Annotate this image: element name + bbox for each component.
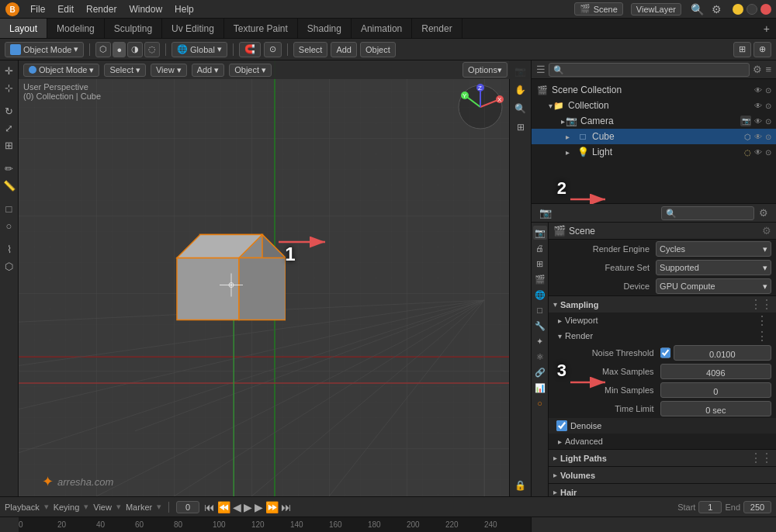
prop-output-tab[interactable]: 🖨 bbox=[533, 241, 547, 255]
keying-label[interactable]: Keying bbox=[54, 503, 80, 512]
jump-end-btn[interactable]: ⏭ bbox=[281, 501, 292, 513]
snap-btn[interactable]: 🧲 bbox=[239, 42, 261, 57]
tab-shading[interactable]: Shading bbox=[298, 19, 352, 38]
feature-set-dropdown[interactable]: Supported ▾ bbox=[656, 260, 771, 275]
scene-settings-icon[interactable]: ⚙ bbox=[762, 225, 771, 237]
magnify-btn[interactable]: 🔍 bbox=[513, 101, 528, 116]
tab-animation[interactable]: Animation bbox=[352, 19, 412, 38]
viewport-select-btn[interactable]: Select ▾ bbox=[104, 64, 146, 77]
tab-layout[interactable]: Layout bbox=[0, 19, 47, 38]
prev-frame-btn[interactable]: ◀ bbox=[233, 501, 241, 513]
prop-render-tab[interactable]: 📷 bbox=[533, 226, 547, 240]
prop-physics-tab[interactable]: ⚛ bbox=[533, 350, 547, 364]
current-frame[interactable]: 0 bbox=[176, 501, 199, 513]
device-dropdown[interactable]: GPU Compute ▾ bbox=[656, 278, 771, 294]
move-tool[interactable]: ⊹ bbox=[2, 81, 16, 95]
col-eye-icon[interactable]: 👁 bbox=[754, 102, 762, 110]
viewport-object-btn[interactable]: Object ▾ bbox=[229, 64, 272, 77]
annotate-tool[interactable]: ✏ bbox=[2, 161, 16, 175]
light-eye-icon[interactable]: 👁 bbox=[754, 148, 762, 157]
viewport[interactable]: Object Mode ▾ Select ▾ View ▾ Add ▾ Obje… bbox=[19, 60, 531, 496]
solid-btn[interactable]: ● bbox=[113, 42, 126, 57]
object-btn[interactable]: Object bbox=[360, 42, 396, 57]
outliner-camera[interactable]: ▸ 📷 Camera 📷 👁 ⊙ bbox=[532, 113, 776, 129]
menu-file[interactable]: File bbox=[25, 2, 50, 16]
proportional-btn[interactable]: ⊙ bbox=[264, 42, 282, 57]
mode-selector[interactable]: Object Mode ▾ bbox=[5, 42, 84, 57]
end-value[interactable]: 250 bbox=[743, 501, 771, 513]
maximize-btn[interactable] bbox=[747, 4, 757, 15]
prop-particles-tab[interactable]: ✦ bbox=[533, 334, 547, 348]
outliner-scene-collection[interactable]: 🎬 Scene Collection 👁 ⊙ bbox=[532, 82, 776, 98]
minimize-btn[interactable] bbox=[733, 4, 743, 15]
grid-btn[interactable]: ⊞ bbox=[513, 119, 528, 135]
outliner-filter-icon[interactable]: ⚙ bbox=[753, 64, 762, 75]
start-value[interactable]: 1 bbox=[698, 501, 722, 513]
cube-eye-icon[interactable]: 👁 bbox=[754, 133, 762, 141]
outliner-options-icon[interactable]: ≡ bbox=[765, 64, 771, 75]
timeline-numbers[interactable]: 0 20 40 60 80 100 120 140 160 180 200 22… bbox=[19, 517, 531, 532]
hand-tool-btn[interactable]: ✋ bbox=[513, 82, 528, 98]
viewlayer-selector[interactable]: ViewLayer bbox=[631, 3, 681, 16]
next-frame-btn[interactable]: ▶ bbox=[255, 501, 263, 513]
viewport-mode-btn[interactable]: Object Mode ▾ bbox=[23, 64, 99, 77]
prop-object-tab[interactable]: □ bbox=[533, 303, 547, 317]
tab-sculpting[interactable]: Sculpting bbox=[105, 19, 162, 38]
overlay-btn[interactable]: ⊞ bbox=[733, 42, 751, 57]
hair-section[interactable]: ▸ Hair bbox=[549, 483, 776, 496]
camera-render-icon[interactable]: 📷 bbox=[740, 116, 751, 126]
cube-exclude-icon[interactable]: ⊙ bbox=[765, 133, 771, 141]
marker-label[interactable]: Marker bbox=[126, 503, 152, 512]
outliner-cube[interactable]: ▸ □ Cube ⬡ 👁 ⊙ bbox=[532, 129, 776, 144]
rendered-btn[interactable]: ◌ bbox=[144, 42, 160, 57]
noise-threshold-input[interactable]: 0.0100 bbox=[674, 345, 771, 361]
props-scrollable[interactable]: 🎬 Scene ⚙ Render Engine Cycles ▾ bbox=[549, 223, 776, 496]
global-selector[interactable]: 🌐 Global ▾ bbox=[171, 42, 227, 57]
render-engine-dropdown[interactable]: Cycles ▾ bbox=[656, 241, 771, 257]
outliner-light[interactable]: ▸ 💡 Light ◌ 👁 ⊙ bbox=[532, 144, 776, 160]
viewport-view-btn[interactable]: View ▾ bbox=[151, 64, 187, 77]
tab-render[interactable]: Render bbox=[412, 19, 462, 38]
viewport-subsection[interactable]: ▸ Viewport ⋮ bbox=[549, 313, 776, 328]
knife-tool[interactable]: ⌇ bbox=[2, 242, 16, 256]
material-btn[interactable]: ◑ bbox=[127, 42, 143, 57]
tab-uv-editing[interactable]: Uv Editing bbox=[162, 19, 224, 38]
prev-keyframe-btn[interactable]: ⏪ bbox=[217, 501, 230, 513]
exclude-icon[interactable]: ⊙ bbox=[765, 86, 771, 95]
prop-scene-tab[interactable]: 🎬 bbox=[533, 272, 547, 286]
playback-label[interactable]: Playback bbox=[5, 503, 40, 512]
menu-edit[interactable]: Edit bbox=[52, 2, 79, 16]
add-cube-tool[interactable]: □ bbox=[2, 202, 16, 216]
prop-view-layer-tab[interactable]: ⊞ bbox=[533, 257, 547, 271]
render-subsection[interactable]: ▾ Render ⋮ bbox=[549, 328, 776, 344]
add-cylinder-tool[interactable]: ○ bbox=[2, 219, 16, 233]
cursor-tool[interactable]: ✛ bbox=[2, 64, 16, 78]
min-samples-input[interactable]: 0 bbox=[660, 382, 771, 398]
advanced-section[interactable]: ▸ Advanced bbox=[549, 434, 776, 449]
filter-icon-top[interactable]: ⚙ bbox=[708, 3, 725, 16]
outliner-search[interactable] bbox=[549, 63, 750, 77]
view-label[interactable]: View bbox=[93, 503, 112, 512]
cam-exclude-icon[interactable]: ⊙ bbox=[765, 117, 771, 126]
volumes-section[interactable]: ▸ Volumes bbox=[549, 466, 776, 483]
transform-tool[interactable]: ⊞ bbox=[2, 138, 16, 152]
jump-start-btn[interactable]: ⏮ bbox=[204, 501, 215, 513]
viewport-add-btn[interactable]: Add ▾ bbox=[192, 64, 225, 77]
col-exclude-icon[interactable]: ⊙ bbox=[765, 102, 771, 110]
tab-add-icon[interactable]: + bbox=[757, 22, 776, 35]
prop-modifier-tab[interactable]: 🔧 bbox=[533, 319, 547, 333]
outliner-collection[interactable]: ▾ 📁 Collection 👁 ⊙ bbox=[532, 98, 776, 113]
props-filter-icon[interactable]: ⚙ bbox=[756, 207, 771, 219]
measure-tool[interactable]: 📏 bbox=[2, 178, 16, 192]
search-icon[interactable]: 🔍 bbox=[688, 3, 707, 16]
tab-modeling[interactable]: Modeling bbox=[47, 19, 105, 38]
scene-selector[interactable]: 🎬 Scene bbox=[574, 2, 623, 16]
max-samples-input[interactable]: 4096 bbox=[660, 364, 771, 379]
menu-window[interactable]: Window bbox=[123, 2, 168, 16]
props-search[interactable] bbox=[661, 206, 754, 220]
time-limit-input[interactable]: 0 sec bbox=[660, 401, 771, 416]
next-keyframe-btn[interactable]: ⏩ bbox=[265, 501, 279, 513]
select-btn[interactable]: Select bbox=[293, 42, 328, 57]
add-btn[interactable]: Add bbox=[331, 42, 357, 57]
prop-world-tab[interactable]: 🌐 bbox=[533, 288, 547, 302]
